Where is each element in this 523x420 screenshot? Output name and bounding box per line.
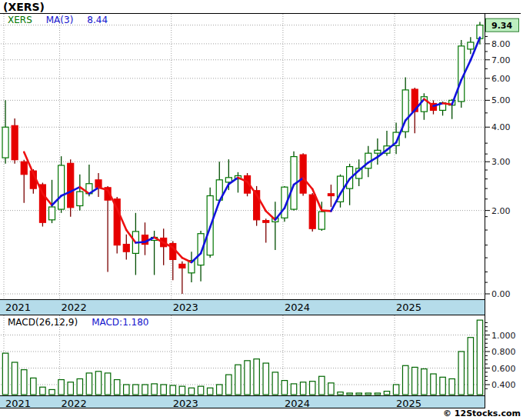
candle-up bbox=[58, 165, 65, 209]
candle-down bbox=[12, 125, 18, 159]
legend-item: XERS bbox=[8, 15, 32, 25]
macd-bar bbox=[356, 393, 361, 395]
macd-bar bbox=[31, 378, 36, 395]
candle-up bbox=[468, 42, 474, 49]
price-axis-label: 0.00 bbox=[491, 289, 511, 299]
macd-bar bbox=[68, 382, 73, 395]
macd-bar bbox=[40, 387, 45, 395]
macd-axis-label: 0.600 bbox=[491, 364, 516, 374]
macd-bar bbox=[281, 381, 287, 395]
ma-line-segment bbox=[321, 211, 331, 212]
macd-axis-label: 0.400 bbox=[491, 380, 516, 390]
candle-down bbox=[300, 155, 306, 193]
macd-bar bbox=[338, 392, 343, 395]
candle-down bbox=[309, 195, 315, 228]
year-label: 2021 bbox=[5, 398, 31, 409]
price-axis-label: 4.00 bbox=[491, 122, 511, 132]
macd-bar bbox=[375, 393, 380, 395]
year-label: 2025 bbox=[396, 398, 421, 409]
macd-bar bbox=[412, 367, 418, 395]
year-label: 2025 bbox=[396, 302, 421, 313]
macd-bar bbox=[133, 385, 138, 395]
price-axis-label: 3.00 bbox=[491, 157, 511, 167]
ma-line-segment bbox=[331, 194, 340, 212]
macd-bar bbox=[291, 384, 296, 395]
macd-bar bbox=[272, 372, 278, 395]
legend-item: 8.44 bbox=[87, 15, 108, 25]
year-label: 2021 bbox=[5, 302, 31, 313]
macd-bar bbox=[161, 385, 166, 395]
watermark: © 12Stocks.com bbox=[443, 408, 521, 418]
macd-bar bbox=[152, 384, 157, 395]
candle-down bbox=[95, 180, 102, 188]
macd-bar bbox=[95, 372, 101, 395]
candle-down bbox=[328, 194, 334, 196]
macd-bar bbox=[217, 385, 222, 395]
candle-up bbox=[49, 207, 55, 220]
macd-bar bbox=[384, 392, 389, 395]
year-label: 2022 bbox=[62, 398, 87, 409]
price-axis-label: 6.00 bbox=[491, 74, 511, 84]
macd-bar bbox=[142, 385, 148, 395]
macd-bar bbox=[2, 353, 8, 395]
macd-bar bbox=[300, 382, 305, 395]
macd-bar bbox=[49, 389, 55, 395]
main-chart-legend: XERSMA(3)8.44 bbox=[8, 15, 108, 25]
year-label: 2023 bbox=[173, 302, 198, 313]
macd-bar bbox=[207, 388, 212, 395]
macd-bar bbox=[188, 388, 194, 395]
macd-bar bbox=[12, 362, 17, 395]
macd-bar bbox=[58, 380, 64, 395]
macd-bar bbox=[105, 373, 110, 395]
legend-item: MACD:1.180 bbox=[92, 317, 148, 328]
macd-bar bbox=[328, 383, 334, 395]
page-title: (XERS) bbox=[3, 1, 45, 13]
ma-line-segment bbox=[443, 103, 452, 105]
price-axis-label: 7.00 bbox=[491, 55, 511, 65]
macd-axis-label: 1.000 bbox=[491, 331, 516, 341]
macd-bar bbox=[310, 382, 315, 395]
price-axis-label: 2.00 bbox=[491, 206, 511, 216]
macd-bar bbox=[115, 380, 120, 395]
macd-bar bbox=[319, 376, 325, 395]
candle-down bbox=[21, 162, 27, 174]
macd-bar bbox=[198, 386, 203, 395]
year-label: 2022 bbox=[62, 302, 87, 313]
macd-bar bbox=[402, 365, 408, 395]
price-axis-label: 5.00 bbox=[491, 95, 511, 105]
macd-bar bbox=[458, 352, 464, 395]
stock-chart-page: 2021202220232024202520212022202320242025… bbox=[0, 0, 523, 420]
candle-down bbox=[179, 264, 185, 268]
macd-bar bbox=[77, 378, 82, 395]
year-label: 2023 bbox=[173, 398, 198, 409]
macd-axis-label: 0.800 bbox=[491, 347, 516, 357]
year-label: 2024 bbox=[285, 398, 310, 409]
macd-bar bbox=[440, 377, 445, 395]
year-label: 2024 bbox=[285, 302, 310, 313]
candle-down bbox=[68, 163, 74, 207]
macd-bar bbox=[170, 385, 175, 395]
macd-bar bbox=[254, 359, 259, 395]
chart-canvas: 2021202220232024202520212022202320242025… bbox=[0, 0, 523, 420]
macd-bar bbox=[449, 378, 455, 395]
candle-down bbox=[123, 245, 129, 252]
ma-line-segment bbox=[266, 211, 275, 219]
price-axis-label: 8.00 bbox=[491, 39, 511, 49]
macd-bar bbox=[393, 385, 398, 395]
legend-item: MA(3) bbox=[46, 15, 74, 25]
ma-line-segment bbox=[135, 242, 145, 242]
macd-bar bbox=[365, 393, 371, 395]
macd-bar bbox=[86, 373, 92, 395]
legend-item: MACD(26,12,9) bbox=[8, 317, 78, 328]
macd-bar bbox=[468, 338, 473, 395]
candle-up bbox=[375, 150, 381, 153]
candle-up bbox=[77, 192, 83, 205]
macd-bar bbox=[124, 385, 129, 395]
candle-up bbox=[2, 127, 8, 158]
macd-bar bbox=[179, 386, 185, 395]
macd-bar bbox=[22, 370, 27, 395]
macd-legend: MACD(26,12,9)MACD:1.180 bbox=[8, 317, 149, 328]
macd-bar bbox=[245, 361, 250, 395]
macd-bar bbox=[235, 365, 241, 395]
macd-bar bbox=[226, 375, 232, 395]
